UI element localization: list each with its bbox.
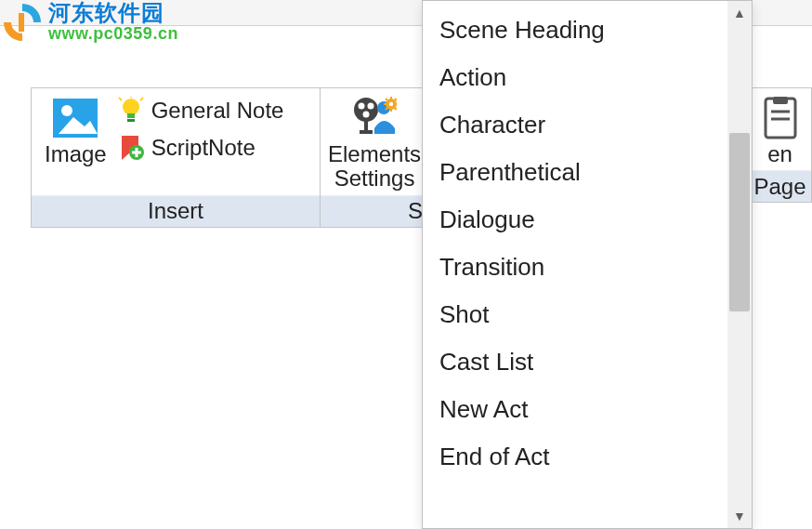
lightbulb-icon — [116, 96, 146, 126]
ribbon-group-page-label: Page — [749, 170, 811, 202]
dropdown-scrollbar[interactable]: ▲ ▼ — [727, 1, 752, 528]
dropdown-item-action[interactable]: Action — [423, 54, 752, 101]
image-icon — [53, 96, 98, 140]
svg-point-10 — [368, 103, 374, 110]
watermark-title: 河东软件园 — [48, 1, 178, 25]
watermark-url: www.pc0359.cn — [48, 25, 178, 44]
svg-point-4 — [123, 99, 139, 115]
ribbon-group-insert-label: Insert — [32, 195, 320, 227]
svg-point-2 — [61, 105, 72, 116]
svg-rect-13 — [360, 130, 373, 134]
script-note-button[interactable]: ScriptNote — [112, 133, 288, 163]
dropdown-item-end-of-act[interactable]: End of Act — [423, 433, 752, 481]
dropdown-item-dialogue[interactable]: Dialogue — [423, 196, 752, 244]
watermark-logo-icon — [0, 0, 45, 45]
general-note-label: General Note — [151, 98, 284, 124]
ribbon-group-insert: Image General Note — [31, 87, 321, 228]
image-button-label: Image — [45, 142, 107, 166]
image-button[interactable]: Image — [39, 94, 112, 166]
svg-rect-12 — [364, 121, 368, 130]
page-button-label: en — [767, 142, 792, 166]
svg-rect-5 — [127, 113, 135, 118]
ribbon-group-page: en Page — [749, 87, 812, 203]
script-note-label: ScriptNote — [151, 135, 255, 161]
scroll-down-icon[interactable]: ▼ — [727, 504, 752, 528]
scroll-track[interactable] — [727, 25, 752, 504]
elements-settings-icon — [352, 96, 397, 140]
dropdown-item-cast-list[interactable]: Cast List — [423, 338, 752, 386]
ribbon: Image General Note — [31, 87, 424, 228]
scroll-up-icon[interactable]: ▲ — [727, 1, 752, 25]
elements-settings-label-l1: Elements — [328, 141, 421, 166]
bookmark-plus-icon — [116, 133, 146, 163]
svg-rect-0 — [19, 13, 24, 32]
page-button[interactable]: en — [753, 94, 808, 166]
elements-settings-button[interactable]: Elements Settings — [322, 94, 426, 192]
dropdown-item-new-act[interactable]: New Act — [423, 386, 752, 433]
dropdown-item-transition[interactable]: Transition — [423, 244, 752, 291]
general-note-button[interactable]: General Note — [112, 96, 288, 126]
ribbon-group-settings: Elements Settings S — [321, 87, 424, 228]
dropdown-list: Scene Heading Action Character Parenthet… — [423, 1, 752, 486]
dropdown-item-parenthetical[interactable]: Parenthetical — [423, 149, 752, 196]
dropdown-item-shot[interactable]: Shot — [423, 291, 752, 338]
svg-point-16 — [389, 102, 393, 106]
element-type-dropdown: Scene Heading Action Character Parenthet… — [422, 0, 753, 529]
svg-rect-18 — [773, 97, 788, 104]
svg-point-11 — [363, 112, 370, 118]
ribbon-group-settings-label: S — [321, 195, 423, 227]
svg-point-9 — [359, 103, 365, 110]
dropdown-item-character[interactable]: Character — [423, 101, 752, 149]
dropdown-item-scene-heading[interactable]: Scene Heading — [423, 7, 752, 54]
svg-point-8 — [354, 98, 378, 122]
page-icon — [758, 96, 803, 140]
elements-settings-label-l2: Settings — [334, 165, 415, 191]
watermark: 河东软件园 www.pc0359.cn — [0, 0, 178, 45]
svg-rect-6 — [127, 119, 135, 122]
scroll-thumb[interactable] — [729, 133, 750, 311]
